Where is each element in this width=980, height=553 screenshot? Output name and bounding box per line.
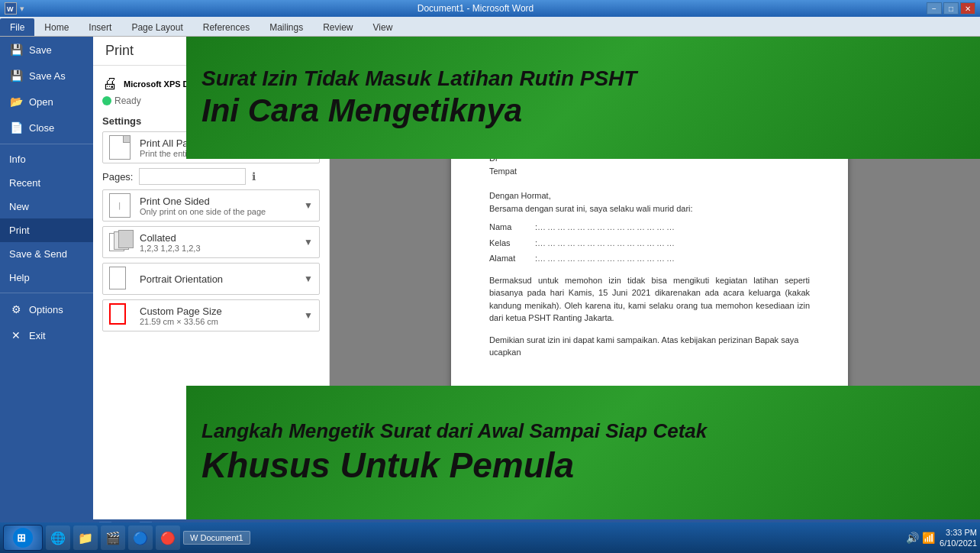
doc-closing-intro: Demikian surat izin ini dapat kami sampa…: [489, 334, 810, 359]
overlay-top: Surat Izin Tidak Masuk Latihan Rutin PSH…: [186, 37, 980, 159]
save-as-icon: 💾: [9, 69, 23, 82]
pages-row: Pages: ℹ: [102, 168, 320, 185]
portrait-text: Portrait Orientation: [140, 273, 304, 285]
print-one-sided-arrow: ▼: [304, 200, 313, 211]
collated-arrow: ▼: [304, 237, 313, 247]
doc-body-text: Bermaksud untuk memohon izin tidak bisa …: [489, 274, 810, 325]
media-taskbar-icon[interactable]: 🎬: [101, 526, 125, 550]
tab-view[interactable]: View: [363, 18, 403, 36]
network-icon[interactable]: 📶: [922, 532, 935, 544]
custom-page-text: Custom Page Size 21.59 cm × 33.56 cm: [140, 306, 304, 326]
close-button[interactable]: ✕: [960, 2, 975, 15]
portrait-icon: [109, 267, 134, 291]
close-doc-icon: 📄: [9, 121, 23, 134]
setting-collated[interactable]: Collated 1,2,3 1,2,3 1,2,3 ▼: [102, 226, 320, 258]
overlay-bottom-text2: Khusus Untuk Pemula: [201, 445, 965, 487]
overlay-bottom-text1: Langkah Mengetik Surat dari Awal Sampai …: [201, 419, 965, 445]
print-one-sided-icon: │: [109, 193, 134, 218]
custom-page-icon: [109, 303, 134, 328]
window-title: Document1 - Microsoft Word: [24, 3, 927, 14]
sidebar-item-info[interactable]: Info: [0, 147, 93, 171]
custom-page-arrow: ▼: [304, 310, 313, 321]
sidebar-item-new[interactable]: New: [0, 195, 93, 218]
word-icon: W: [5, 2, 17, 15]
field-nama: Nama : ……………………………………: [489, 221, 810, 234]
taskbar: ⊞ 🌐 📁 🎬 🔵 🔴 W Document1 🔊 📶 3:33 PM 6/10…: [0, 522, 980, 553]
title-bar: W ▾ Document1 - Microsoft Word − □ ✕: [0, 0, 980, 17]
overlay-top-text2: Ini Cara Mengetiknya: [201, 92, 637, 130]
sys-icons: 🔊 📶: [906, 532, 935, 544]
collated-icon: [109, 230, 134, 254]
pages-input[interactable]: [139, 168, 246, 185]
minimize-button[interactable]: −: [927, 2, 942, 15]
tab-file[interactable]: File: [0, 18, 34, 36]
doc-greeting: Dengan Hormat, Bersama dengan surat ini,…: [489, 189, 810, 215]
app-body: 💾 Save 💾 Save As 📂 Open 📄 Close Info Rec…: [0, 37, 980, 536]
ie-taskbar-icon[interactable]: 🌐: [46, 526, 70, 550]
volume-icon[interactable]: 🔊: [906, 532, 919, 544]
date-display: 6/10/2021: [940, 538, 977, 548]
overlay-top-text1: Surat Izin Tidak Masuk Latihan Rutin PSH…: [201, 66, 637, 92]
tab-page-layout[interactable]: Page Layout: [121, 18, 192, 36]
file-menu-sidebar: 💾 Save 💾 Save As 📂 Open 📄 Close Info Rec…: [0, 37, 93, 536]
tab-references[interactable]: References: [193, 18, 260, 36]
folder-taskbar-icon[interactable]: 📁: [73, 526, 98, 550]
sidebar-item-save-as[interactable]: 💾 Save As: [0, 63, 93, 89]
overlay-bottom: Langkah Mengetik Surat dari Awal Sampai …: [186, 386, 980, 519]
svg-text:⊞: ⊞: [17, 532, 26, 544]
content-area: Print 🖨 Microsoft XPS Document Writer Re…: [93, 37, 980, 536]
taskbar-time: 3:33 PM 6/10/2021: [940, 527, 977, 549]
sidebar-item-print[interactable]: Print: [0, 218, 93, 242]
setting-portrait[interactable]: Portrait Orientation ▼: [102, 263, 320, 295]
maximize-button[interactable]: □: [943, 2, 959, 15]
collated-text: Collated 1,2,3 1,2,3 1,2,3: [140, 232, 304, 253]
sidebar-item-open[interactable]: 📂 Open: [0, 89, 93, 115]
field-kelas: Kelas : ……………………………………: [489, 237, 810, 250]
time-display: 3:33 PM: [940, 527, 977, 538]
window-controls: − □ ✕: [927, 2, 975, 15]
ribbon-tabs: File Home Insert Page Layout References …: [0, 17, 980, 37]
svg-text:W: W: [7, 5, 14, 13]
taskbar-right: 🔊 📶 3:33 PM 6/10/2021: [906, 527, 977, 549]
portrait-arrow: ▼: [304, 273, 313, 284]
recipient-line3: Tempat: [489, 165, 810, 178]
sidebar-item-recent[interactable]: Recent: [0, 171, 93, 195]
sidebar-item-save[interactable]: 💾 Save: [0, 37, 93, 63]
save-icon: 💾: [9, 43, 23, 57]
sidebar-divider-2: [0, 293, 93, 293]
word-taskbar-label: Document1: [200, 533, 243, 542]
overlay-top-content: Surat Izin Tidak Masuk Latihan Rutin PSH…: [201, 66, 637, 130]
word-taskbar-button[interactable]: W Document1: [183, 531, 250, 545]
sidebar-item-close[interactable]: 📄 Close: [0, 115, 93, 141]
sidebar-item-help[interactable]: Help: [0, 266, 93, 289]
start-button[interactable]: ⊞: [3, 525, 43, 551]
print-all-pages-icon: [109, 135, 134, 160]
chrome-taskbar-icon[interactable]: 🔵: [128, 526, 153, 550]
printer-icon: 🖨: [102, 75, 118, 92]
tab-mailings[interactable]: Mailings: [260, 18, 313, 36]
tab-home[interactable]: Home: [34, 18, 79, 36]
sidebar-divider-1: [0, 144, 93, 144]
pages-info-icon[interactable]: ℹ: [252, 170, 256, 183]
options-icon: ⚙: [9, 302, 23, 316]
word-taskbar-icon: W: [190, 533, 198, 542]
setting-print-one-sided[interactable]: │ Print One Sided Only print on one side…: [102, 189, 320, 222]
ccleaner-taskbar-icon[interactable]: 🔴: [156, 526, 180, 550]
sidebar-item-exit[interactable]: ✕ Exit: [0, 322, 93, 348]
title-bar-left: W ▾: [5, 2, 24, 15]
tab-insert[interactable]: Insert: [79, 18, 121, 36]
print-one-sided-text: Print One Sided Only print on one side o…: [140, 196, 304, 216]
sidebar-item-save-send[interactable]: Save & Send: [0, 242, 93, 266]
field-alamat: Alamat : ……………………………………: [489, 252, 810, 265]
status-dot-ready: [102, 96, 111, 105]
setting-custom-page-size[interactable]: Custom Page Size 21.59 cm × 33.56 cm ▼: [102, 299, 320, 331]
open-icon: 📂: [9, 95, 23, 108]
tab-review[interactable]: Review: [313, 18, 363, 36]
exit-icon: ✕: [9, 328, 23, 342]
sidebar-item-options[interactable]: ⚙ Options: [0, 296, 93, 322]
